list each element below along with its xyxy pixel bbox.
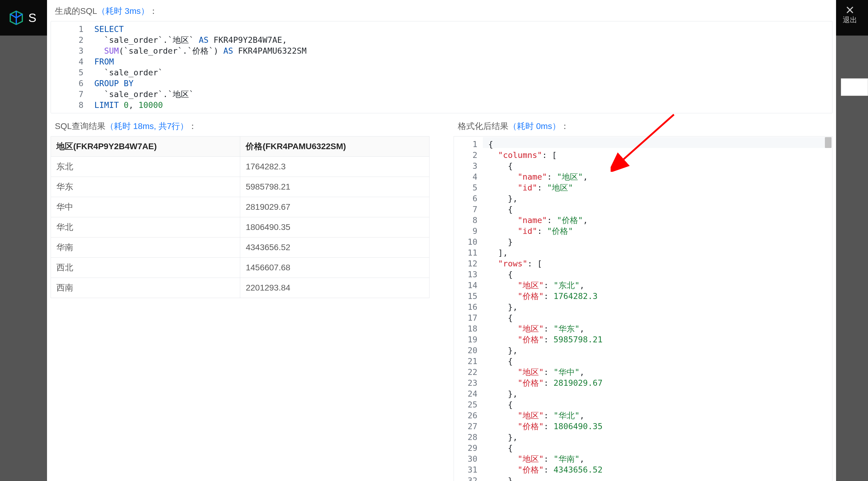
code-line: LIMIT 0, 10000	[94, 100, 832, 110]
line-number: 2	[51, 35, 84, 45]
code-line: },	[488, 432, 832, 443]
table-cell: 华南	[51, 237, 240, 258]
code-line: {	[488, 161, 832, 171]
table-cell: 1764282.3	[240, 157, 430, 177]
table-cell: 1806490.35	[240, 217, 430, 237]
code-line: "地区": "华北",	[488, 410, 832, 421]
code-line: "rows": [	[488, 258, 832, 269]
table-cell: 西北	[51, 258, 240, 278]
code-line: "columns": [	[488, 150, 832, 161]
line-number: 4	[454, 171, 477, 182]
exit-button[interactable]: 退出	[843, 5, 857, 25]
code-line: `sale_order`.`地区`	[94, 89, 832, 100]
line-number: 18	[454, 323, 477, 334]
code-line: `sale_order`.`地区` AS FKR4P9Y2B4W7AE,	[94, 35, 832, 45]
code-line: },	[488, 193, 832, 204]
table-header-row: 地区(FKR4P9Y2B4W7AE)价格(FKR4PAMU6322SM)	[51, 136, 430, 157]
code-line: "name": "地区",	[488, 171, 832, 182]
line-number: 20	[454, 345, 477, 356]
table-header-cell: 地区(FKR4P9Y2B4W7AE)	[51, 136, 240, 157]
line-number: 11	[454, 248, 477, 258]
code-line: {	[488, 399, 832, 410]
line-number: 9	[454, 226, 477, 236]
code-line: }	[488, 236, 832, 248]
close-icon	[845, 5, 855, 14]
logo-initial: S	[28, 11, 36, 25]
table-row: 西北1456607.68	[51, 258, 430, 278]
line-number: 3	[454, 161, 477, 171]
line-number: 8	[454, 215, 477, 226]
table-row: 东北1764282.3	[51, 157, 430, 177]
line-number: 25	[454, 399, 477, 410]
code-line: },	[488, 345, 832, 356]
code-line: FROM	[94, 56, 832, 67]
cube-icon	[8, 10, 24, 26]
line-number: 28	[454, 432, 477, 443]
code-line: "价格": 2819029.67	[488, 378, 832, 388]
code-line: {	[488, 139, 832, 150]
line-number: 8	[51, 100, 84, 110]
sql-debug-modal: 生成的SQL（耗时 3ms）： 12345678 SELECT `sale_or…	[47, 0, 836, 481]
code-line: "地区": "东北",	[488, 280, 832, 291]
line-number: 5	[51, 67, 84, 78]
json-code-editor[interactable]: 1234567891011121314151617181920212223242…	[454, 136, 832, 481]
line-number: 15	[454, 291, 477, 302]
line-number: 6	[454, 193, 477, 204]
code-line: {	[488, 313, 832, 323]
table-cell: 华中	[51, 197, 240, 217]
table-row: 华东5985798.21	[51, 177, 430, 197]
line-number: 27	[454, 421, 477, 432]
line-number: 5	[454, 182, 477, 193]
line-number: 19	[454, 334, 477, 345]
code-line: },	[488, 388, 832, 399]
table-row: 华北1806490.35	[51, 217, 430, 237]
code-line: "地区": "华南",	[488, 454, 832, 464]
line-number: 3	[51, 45, 84, 56]
line-number: 21	[454, 356, 477, 367]
code-line: "地区": "华中",	[488, 367, 832, 378]
line-number: 31	[454, 464, 477, 475]
generated-sql-title: 生成的SQL（耗时 3ms）：	[55, 5, 832, 17]
line-number: 2	[454, 150, 477, 161]
code-line: SELECT	[94, 24, 832, 35]
code-line: "价格": 4343656.52	[488, 464, 832, 475]
sql-result-column: SQL查询结果（耗时 18ms, 共7行）： 地区(FKR4P9Y2B4W7AE…	[51, 115, 430, 481]
line-number: 24	[454, 388, 477, 399]
line-number: 7	[51, 89, 84, 100]
table-cell: 2819029.67	[240, 197, 430, 217]
table-cell: 5985798.21	[240, 177, 430, 197]
line-number: 32	[454, 475, 477, 481]
code-line: {	[488, 356, 832, 367]
code-line: },	[488, 302, 832, 313]
line-number: 4	[51, 56, 84, 67]
code-line: "地区": "华东",	[488, 323, 832, 334]
line-number: 30	[454, 454, 477, 464]
line-number: 1	[51, 24, 84, 35]
code-line: ],	[488, 248, 832, 258]
line-number: 23	[454, 378, 477, 388]
table-cell: 4343656.52	[240, 237, 430, 258]
formatted-result-title: 格式化后结果（耗时 0ms）：	[458, 121, 832, 132]
line-number: 13	[454, 269, 477, 280]
line-number: 26	[454, 410, 477, 421]
line-number: 16	[454, 302, 477, 313]
table-cell: 东北	[51, 157, 240, 177]
line-number: 12	[454, 258, 477, 269]
line-number: 29	[454, 443, 477, 454]
line-number: 1	[454, 139, 477, 150]
sql-result-title: SQL查询结果（耗时 18ms, 共7行）：	[55, 121, 430, 132]
background-input-fragment[interactable]	[841, 78, 868, 96]
table-row: 华南4343656.52	[51, 237, 430, 258]
line-number: 14	[454, 280, 477, 291]
code-line: {	[488, 443, 832, 454]
line-number: 22	[454, 367, 477, 378]
sql-code-editor[interactable]: 12345678 SELECT `sale_order`.`地区` AS FKR…	[51, 21, 832, 113]
table-cell: 华东	[51, 177, 240, 197]
code-line: GROUP BY	[94, 78, 832, 89]
code-line: `sale_order`	[94, 67, 832, 78]
code-line: {	[488, 204, 832, 215]
line-number: 17	[454, 313, 477, 323]
code-line: "价格": 1764282.3	[488, 291, 832, 302]
table-cell: 2201293.84	[240, 278, 430, 298]
app-logo: S	[8, 10, 36, 26]
